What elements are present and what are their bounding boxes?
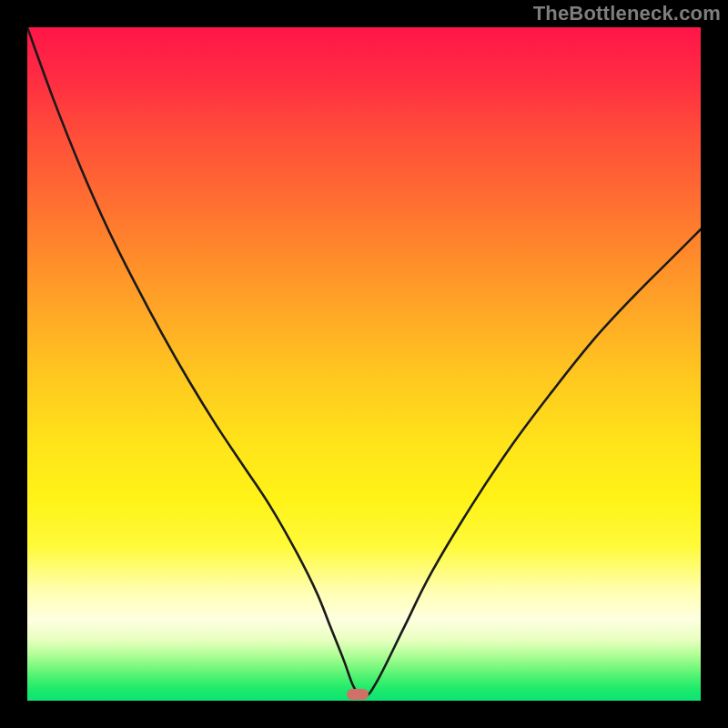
plot-area bbox=[27, 27, 701, 701]
watermark-text: TheBottleneck.com bbox=[533, 2, 721, 25]
bottleneck-curve bbox=[27, 27, 701, 701]
chart-container: TheBottleneck.com bbox=[0, 0, 728, 728]
